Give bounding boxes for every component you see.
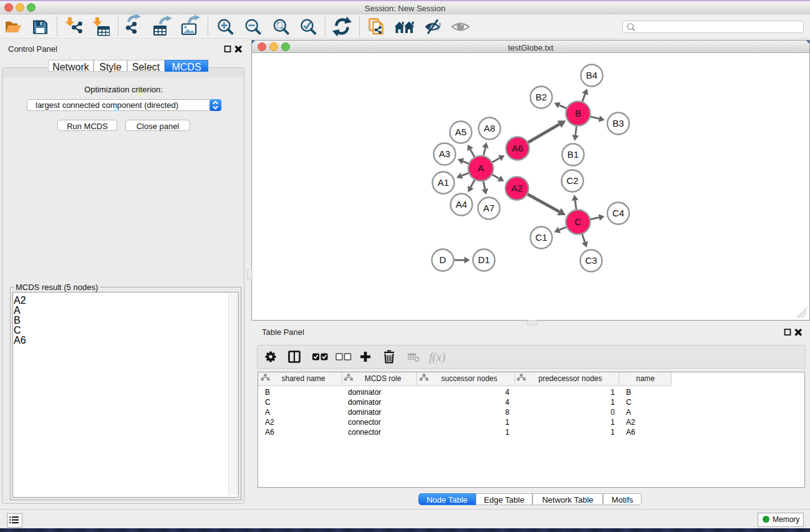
svg-text:B: B bbox=[575, 108, 581, 118]
svg-text:A1: A1 bbox=[438, 177, 449, 188]
svg-text:A3: A3 bbox=[439, 148, 450, 159]
svg-text:B2: B2 bbox=[536, 92, 547, 102]
svg-text:B4: B4 bbox=[586, 70, 597, 80]
svg-text:C4: C4 bbox=[612, 208, 624, 218]
svg-text:C2: C2 bbox=[566, 175, 578, 186]
svg-text:f(x): f(x) bbox=[429, 351, 445, 364]
svg-text:A8: A8 bbox=[484, 123, 495, 133]
svg-text:D: D bbox=[440, 254, 446, 265]
svg-text:C: C bbox=[575, 216, 582, 227]
svg-text:C3: C3 bbox=[585, 255, 597, 266]
svg-text:C1: C1 bbox=[535, 232, 547, 243]
svg-text:A2: A2 bbox=[511, 183, 523, 193]
svg-text:A: A bbox=[478, 163, 484, 173]
svg-text:A7: A7 bbox=[483, 203, 494, 213]
svg-text:A6: A6 bbox=[512, 143, 523, 153]
svg-text:B3: B3 bbox=[612, 118, 624, 128]
svg-text:A5: A5 bbox=[455, 127, 466, 137]
svg-text:A4: A4 bbox=[456, 199, 467, 210]
svg-text:D1: D1 bbox=[478, 254, 489, 265]
svg-text:B1: B1 bbox=[567, 149, 579, 160]
